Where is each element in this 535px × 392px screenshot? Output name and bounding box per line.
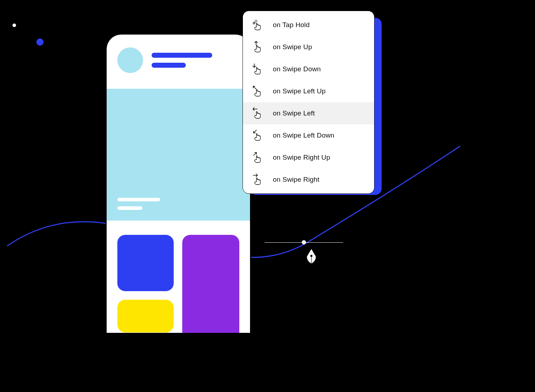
gesture-menu-item-label: on Swipe Left Up bbox=[273, 87, 326, 95]
svg-line-12 bbox=[254, 153, 256, 155]
svg-line-6 bbox=[255, 22, 255, 22]
gesture-menu[interactable]: on Tap Hold on Swipe Up on Swipe Down on… bbox=[243, 11, 374, 194]
gesture-menu-item-label: on Swipe Up bbox=[273, 43, 312, 51]
swipe-right-icon bbox=[252, 174, 263, 186]
svg-point-2 bbox=[255, 20, 258, 22]
placeholder-bar bbox=[117, 206, 142, 210]
swipe-left-up-icon bbox=[252, 85, 263, 97]
gesture-menu-item-label: on Tap Hold bbox=[273, 21, 310, 29]
card-placeholder-yellow bbox=[117, 300, 174, 332]
avatar-placeholder bbox=[117, 47, 143, 73]
swipe-left-icon bbox=[252, 107, 263, 119]
placeholder-bar bbox=[152, 53, 212, 58]
svg-line-11 bbox=[254, 130, 256, 133]
swipe-down-icon bbox=[252, 63, 263, 75]
gesture-menu-item-label: on Swipe Right bbox=[273, 176, 320, 184]
swipe-right-up-icon bbox=[252, 151, 263, 164]
swipe-left-down-icon bbox=[252, 129, 263, 141]
bezier-anchor-point[interactable] bbox=[302, 240, 306, 244]
placeholder-bar bbox=[117, 198, 160, 201]
gesture-menu-item[interactable]: on Swipe Left bbox=[243, 102, 374, 124]
header-text-placeholder bbox=[152, 53, 212, 68]
svg-point-3 bbox=[253, 22, 255, 24]
gesture-menu-item[interactable]: on Swipe Right Up bbox=[243, 146, 374, 169]
decorative-dot-blue bbox=[36, 38, 44, 46]
card-placeholder-purple bbox=[182, 235, 239, 333]
mock-header bbox=[107, 35, 250, 82]
placeholder-bar bbox=[152, 63, 186, 68]
gesture-menu-item[interactable]: on Swipe Left Down bbox=[243, 124, 374, 146]
svg-point-0 bbox=[310, 255, 312, 257]
pen-nib-icon bbox=[306, 249, 317, 265]
hero-card-placeholder bbox=[107, 89, 250, 221]
gesture-menu-item-label: on Swipe Left bbox=[273, 109, 315, 117]
gesture-menu-item[interactable]: on Tap Hold bbox=[243, 14, 374, 36]
gesture-menu-item[interactable]: on Swipe Right bbox=[243, 169, 374, 191]
gesture-menu-item-label: on Swipe Right Up bbox=[273, 154, 330, 161]
decorative-dot-white bbox=[12, 24, 16, 27]
card-placeholder-blue bbox=[117, 235, 174, 291]
gesture-menu-item[interactable]: on Swipe Up bbox=[243, 36, 374, 58]
gesture-menu-item[interactable]: on Swipe Down bbox=[243, 58, 374, 80]
gesture-menu-item[interactable]: on Swipe Left Up bbox=[243, 80, 374, 102]
gesture-menu-item-label: on Swipe Down bbox=[273, 65, 321, 73]
svg-line-9 bbox=[253, 86, 256, 89]
tap-hold-icon bbox=[252, 19, 263, 31]
swipe-up-icon bbox=[252, 41, 263, 53]
gesture-menu-item-label: on Swipe Left Down bbox=[273, 131, 335, 139]
phone-mockup bbox=[106, 33, 251, 333]
cards-row bbox=[107, 221, 250, 333]
